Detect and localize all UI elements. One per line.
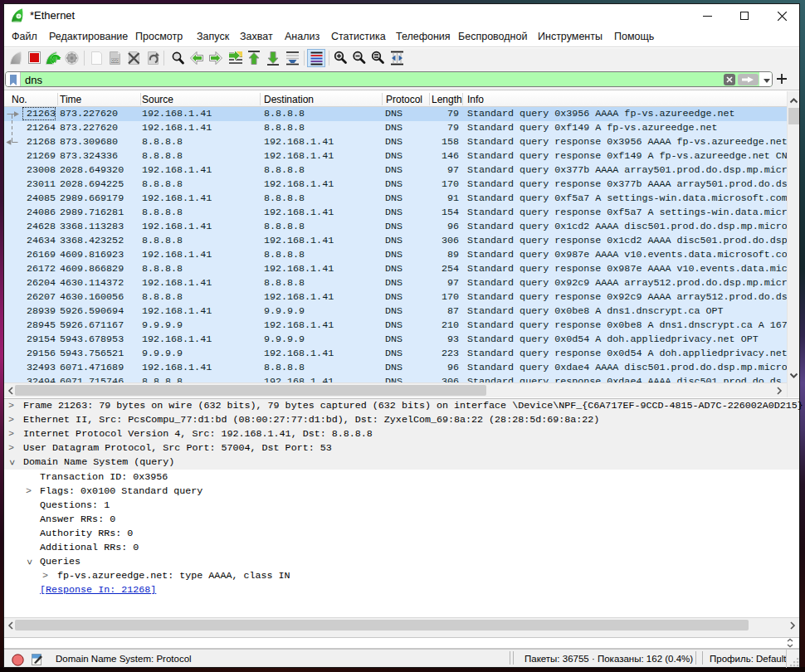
svg-text:010: 010: [111, 58, 119, 63]
